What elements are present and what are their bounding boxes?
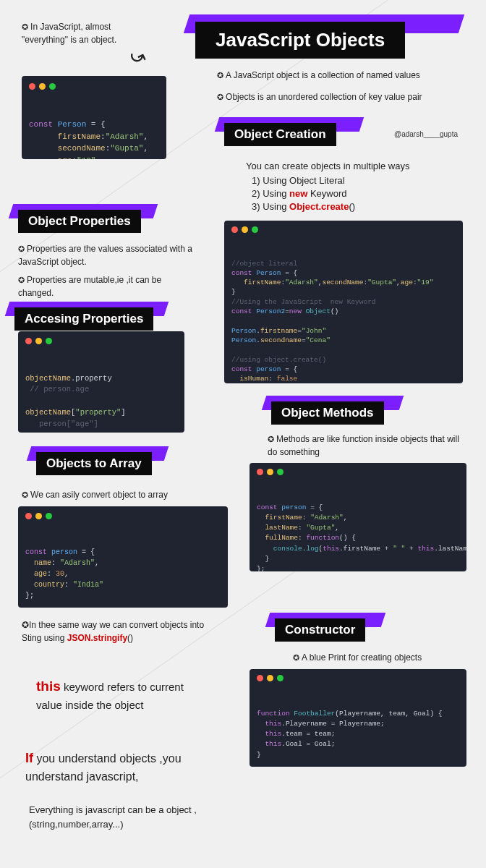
object-methods-banner: Object Methods xyxy=(271,401,384,425)
constructor-text: A blue Print for creating objects xyxy=(293,651,466,664)
code-creation: //object literal const Person = { firstN… xyxy=(224,221,463,383)
objects-to-array-banner: Objects to Array xyxy=(36,452,152,475)
object-creation-banner: Object Creation xyxy=(224,123,336,146)
creation-intro: You can create objects in multiple ways xyxy=(246,161,409,171)
code-methods: const person = { firstName: "Adarsh", la… xyxy=(250,463,466,571)
code-toarray: const person = { name: "Adarsh", age: 30… xyxy=(18,506,228,608)
toarray-text-2: ✪In thee same way we can convert objects… xyxy=(22,618,224,644)
creation-item-3: 3) Using Object.create() xyxy=(252,201,355,212)
main-title-banner: JavaScript Objects xyxy=(195,22,405,59)
code-access: objectName.property // person.age object… xyxy=(18,331,184,433)
object-properties-banner: Object Properties xyxy=(18,210,141,233)
props-text-1: Properties are the values associated wit… xyxy=(18,242,199,268)
sub-text-2: Objects is an unordered collection of ke… xyxy=(217,90,463,103)
creation-item-2: 2) Using new Keyword xyxy=(252,188,347,199)
sub-text-1: A JavaScript object is a collection of n… xyxy=(217,69,463,82)
creation-item-1: 1) Using Object Literal xyxy=(252,175,345,186)
methods-text: Methods are like function inside objects… xyxy=(268,433,463,459)
constructor-banner: Constructor xyxy=(275,618,365,642)
toarray-text-1: We can asily convert object to array xyxy=(22,488,210,501)
code-constructor: function Footballer(Playername, team, Go… xyxy=(250,669,466,767)
code-person-literal: const Person = { firstName:"Adarsh", sec… xyxy=(22,76,166,159)
props-text-2: Properties are mutable,ie ,it can be cha… xyxy=(18,273,199,299)
this-keyword-text: this keyword refers to current value ins… xyxy=(36,676,195,713)
final-text: Everything is javascript can be a object… xyxy=(29,803,210,831)
if-understand-text: If you understand objects ,you understan… xyxy=(25,749,213,786)
author-handle: @adarsh____gupta xyxy=(394,130,458,138)
accessing-properties-banner: Accesing Properties xyxy=(14,307,153,331)
